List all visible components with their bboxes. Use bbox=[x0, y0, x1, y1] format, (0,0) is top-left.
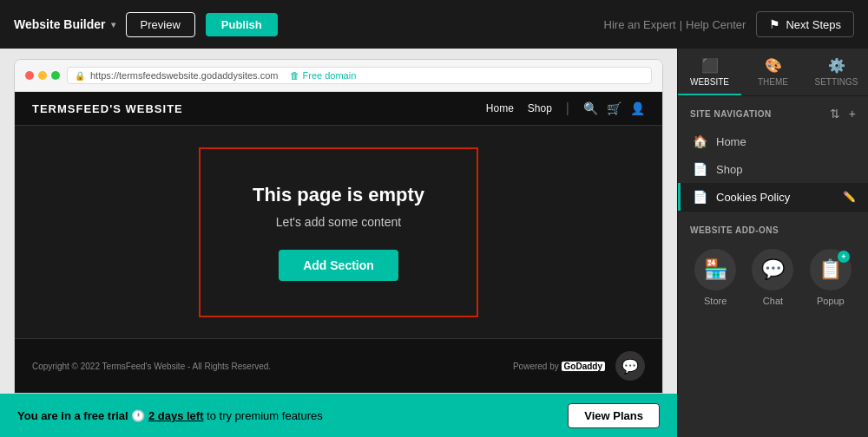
browser-dots bbox=[25, 71, 60, 80]
website-tab-label: WEBSITE bbox=[690, 77, 729, 87]
website-addons-title: WEBSITE ADD-ONS bbox=[690, 225, 779, 235]
add-section-button[interactable]: Add Section bbox=[279, 250, 398, 281]
brand-label: Website Builder bbox=[14, 17, 106, 31]
preview-button[interactable]: Preview bbox=[126, 12, 195, 37]
help-center-link[interactable]: Help Center bbox=[686, 18, 746, 31]
cookies-policy-icon: 📄 bbox=[693, 190, 707, 204]
nav-item-shop[interactable]: 📄 Shop bbox=[678, 155, 868, 183]
website-content: TERMSFEED'S WEBSITE Home Shop | 🔍 🛒 👤 bbox=[15, 92, 662, 393]
sidebar-tabs: ⬛ WEBSITE 🎨 THEME ⚙️ SETTINGS bbox=[678, 49, 868, 96]
empty-page-box: This page is empty Let's add some conten… bbox=[199, 147, 478, 317]
sidebar: ⬛ WEBSITE 🎨 THEME ⚙️ SETTINGS SITE NAVIG… bbox=[677, 49, 868, 437]
site-nav-icons: 🔍 🛒 👤 bbox=[583, 101, 645, 115]
toolbar-links: Hire an Expert | Help Center bbox=[604, 18, 746, 31]
site-navigation-title: SITE NAVIGATION bbox=[690, 109, 772, 119]
popup-icon-wrap: 📋 + bbox=[810, 249, 852, 290]
free-trial-text: You are in a free trial bbox=[17, 409, 128, 422]
browser-chrome: 🔒 https://termsfeedswebsite.godaddysites… bbox=[15, 60, 662, 92]
addon-chat[interactable]: 💬 Chat bbox=[752, 249, 793, 306]
site-nav: Home Shop | 🔍 🛒 👤 bbox=[486, 101, 645, 116]
store-icon: 🏪 bbox=[704, 258, 727, 281]
chat-icon-wrap: 💬 bbox=[752, 249, 793, 290]
sidebar-section-icons: ⇅ + bbox=[830, 107, 856, 121]
browser-mock: 🔒 https://termsfeedswebsite.godaddysites… bbox=[14, 59, 663, 394]
nav-separator: | bbox=[566, 101, 569, 116]
toolbar: Website Builder ▾ Preview Publish Hire a… bbox=[0, 0, 868, 49]
add-page-icon[interactable]: + bbox=[849, 107, 856, 121]
nav-home-label: Home bbox=[716, 135, 746, 148]
footer-copy: Copyright © 2022 TermsFeed's Website - A… bbox=[32, 362, 513, 371]
cart-icon[interactable]: 🛒 bbox=[607, 101, 621, 115]
store-icon-wrap: 🏪 bbox=[694, 249, 736, 290]
dot-yellow bbox=[38, 71, 47, 80]
nav-item-cookies-policy[interactable]: 📄 Cookies Policy ✏️ bbox=[678, 183, 868, 211]
next-steps-button[interactable]: ⚑ Next Steps bbox=[756, 11, 854, 37]
tab-theme[interactable]: 🎨 THEME bbox=[741, 49, 805, 95]
store-label: Store bbox=[704, 296, 727, 306]
separator: | bbox=[680, 18, 682, 31]
nav-home[interactable]: Home bbox=[486, 102, 514, 114]
shop-page-icon: 📄 bbox=[693, 162, 707, 176]
home-page-icon: 🏠 bbox=[693, 134, 707, 148]
edit-icon[interactable]: ✏️ bbox=[843, 191, 856, 203]
dot-red bbox=[25, 71, 34, 80]
settings-tab-icon: ⚙️ bbox=[828, 57, 845, 74]
godaddy-brand: GoDaddy bbox=[562, 362, 605, 371]
website-tab-icon: ⬛ bbox=[701, 57, 719, 74]
settings-tab-label: SETTINGS bbox=[814, 77, 858, 87]
popup-label: Popup bbox=[817, 296, 845, 306]
footer-chat-button[interactable]: 💬 bbox=[615, 351, 645, 381]
bottom-banner: You are in a free trial 🕐 2 days left to… bbox=[0, 394, 677, 437]
next-steps-label: Next Steps bbox=[786, 18, 841, 31]
clock-icon: 🕐 bbox=[131, 409, 148, 422]
theme-tab-icon: 🎨 bbox=[765, 57, 782, 74]
site-logo: TERMSFEED'S WEBSITE bbox=[32, 102, 486, 115]
view-plans-button[interactable]: View Plans bbox=[568, 403, 660, 428]
hire-expert-link[interactable]: Hire an Expert bbox=[604, 18, 676, 31]
search-icon[interactable]: 🔍 bbox=[583, 101, 598, 115]
chat-icon: 💬 bbox=[761, 258, 785, 281]
user-icon[interactable]: 👤 bbox=[630, 101, 645, 115]
free-domain-link[interactable]: 🗑 Free domain bbox=[290, 70, 356, 81]
addon-popup[interactable]: 📋 + Popup bbox=[810, 249, 852, 306]
site-footer: Copyright © 2022 TermsFeed's Website - A… bbox=[15, 338, 662, 393]
tab-website[interactable]: ⬛ WEBSITE bbox=[678, 49, 741, 95]
empty-page-title: This page is empty bbox=[253, 184, 424, 206]
lock-icon: 🔒 bbox=[75, 71, 85, 81]
popup-badge: + bbox=[838, 251, 850, 263]
banner-after: to try premium features bbox=[207, 409, 323, 422]
theme-tab-label: THEME bbox=[758, 77, 788, 87]
dot-green bbox=[51, 71, 60, 80]
site-header: TERMSFEED'S WEBSITE Home Shop | 🔍 🛒 👤 bbox=[15, 92, 662, 126]
popup-icon: 📋 bbox=[819, 258, 842, 281]
days-left: 2 days left bbox=[148, 409, 204, 422]
brand[interactable]: Website Builder ▾ bbox=[14, 17, 115, 31]
addon-store[interactable]: 🏪 Store bbox=[694, 249, 736, 306]
empty-page-sub: Let's add some content bbox=[253, 215, 424, 229]
url-bar[interactable]: 🔒 https://termsfeedswebsite.godaddysites… bbox=[67, 67, 652, 84]
publish-button[interactable]: Publish bbox=[206, 13, 278, 36]
nav-shop[interactable]: Shop bbox=[528, 102, 552, 114]
nav-cookies-policy-label: Cookies Policy bbox=[716, 191, 790, 204]
addons-row: 🏪 Store 💬 Chat 📋 + Popup bbox=[678, 242, 868, 316]
reorder-icon[interactable]: ⇅ bbox=[830, 107, 840, 121]
flag-icon: ⚑ bbox=[769, 17, 780, 31]
chat-label: Chat bbox=[763, 296, 783, 306]
nav-item-home[interactable]: 🏠 Home bbox=[678, 127, 868, 155]
main-layout: 🔒 https://termsfeedswebsite.godaddysites… bbox=[0, 49, 868, 437]
brand-chevron: ▾ bbox=[111, 20, 115, 29]
website-addons-header: WEBSITE ADD-ONS bbox=[678, 211, 868, 242]
nav-shop-label: Shop bbox=[716, 163, 742, 176]
footer-powered: Powered by GoDaddy bbox=[513, 362, 605, 371]
tab-settings[interactable]: ⚙️ SETTINGS bbox=[805, 49, 868, 95]
url-text: https://termsfeedswebsite.godaddysites.c… bbox=[90, 70, 278, 81]
banner-text: You are in a free trial 🕐 2 days left to… bbox=[17, 409, 561, 422]
site-navigation-header: SITE NAVIGATION ⇅ + bbox=[678, 96, 868, 127]
canvas-area: 🔒 https://termsfeedswebsite.godaddysites… bbox=[0, 49, 677, 437]
empty-page-area: This page is empty Let's add some conten… bbox=[15, 126, 662, 338]
